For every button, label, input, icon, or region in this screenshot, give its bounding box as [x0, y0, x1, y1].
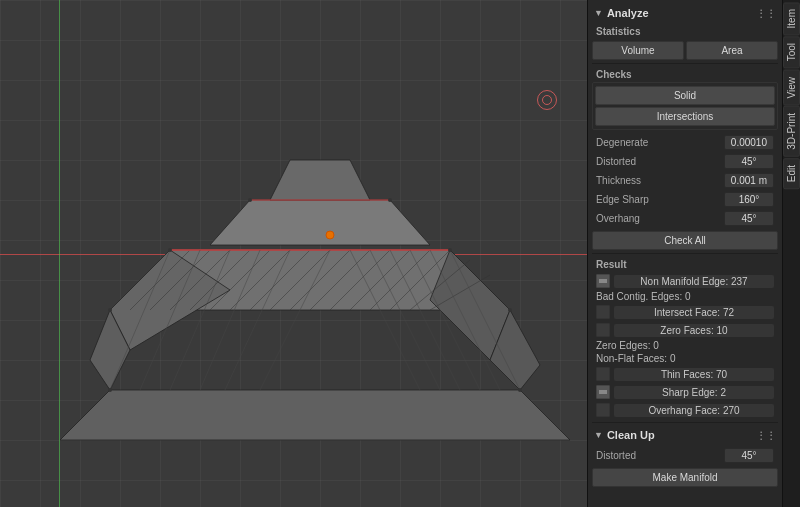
mesh-container — [50, 50, 580, 480]
area-button[interactable]: Area — [686, 41, 778, 60]
svg-point-27 — [326, 231, 334, 239]
overhang-label: Overhang — [596, 213, 640, 224]
tab-tool[interactable]: Tool — [783, 36, 800, 68]
statistics-btn-row: Volume Area — [592, 41, 778, 60]
svg-point-42 — [108, 308, 112, 312]
solid-button[interactable]: Solid — [595, 86, 775, 105]
distorted-row: Distorted 45° — [592, 152, 778, 171]
overhang-face-icon — [596, 403, 610, 417]
cleanup-dots: ⋮⋮ — [756, 430, 776, 441]
svg-point-46 — [248, 198, 252, 202]
degenerate-label: Degenerate — [596, 137, 648, 148]
overhang-value[interactable]: 45° — [724, 211, 774, 226]
check-all-button[interactable]: Check All — [592, 231, 778, 250]
zero-faces-text: Zero Faces: 10 — [614, 324, 774, 337]
sharp-edge-icon — [596, 385, 610, 399]
zero-faces-row: Zero Faces: 10 — [592, 321, 778, 339]
compass — [537, 90, 557, 110]
svg-marker-7 — [270, 160, 370, 200]
svg-rect-49 — [599, 390, 607, 394]
non-flat-text: Non-Flat Faces: 0 — [592, 352, 778, 365]
distorted-value[interactable]: 45° — [724, 154, 774, 169]
bad-contig-text: Bad Contig. Edges: 0 — [592, 290, 778, 303]
distorted-label: Distorted — [596, 156, 636, 167]
tab-edit[interactable]: Edit — [783, 158, 800, 189]
svg-point-47 — [388, 198, 392, 202]
analyze-arrow-icon: ▼ — [594, 8, 603, 18]
analyze-section-header[interactable]: ▼ Analyze ⋮⋮ — [592, 4, 778, 22]
thickness-value[interactable]: 0.001 m — [724, 173, 774, 188]
overhang-face-text: Overhang Face: 270 — [614, 404, 774, 417]
sharp-edge-row: Sharp Edge: 2 — [592, 383, 778, 401]
zero-edges-text: Zero Edges: 0 — [592, 339, 778, 352]
non-manifold-text: Non Manifold Edge: 237 — [614, 275, 774, 288]
volume-button[interactable]: Volume — [592, 41, 684, 60]
cleanup-distorted-label: Distorted — [596, 450, 636, 461]
right-panel-wrapper: ▼ Analyze ⋮⋮ Statistics Volume Area Chec… — [587, 0, 800, 507]
edge-sharp-value[interactable]: 160° — [724, 192, 774, 207]
edge-sharp-label: Edge Sharp — [596, 194, 649, 205]
cleanup-distorted-row: Distorted 45° — [592, 446, 778, 465]
intersect-face-row: Intersect Face: 72 — [592, 303, 778, 321]
statistics-label: Statistics — [592, 24, 778, 39]
analyze-dots: ⋮⋮ — [756, 8, 776, 19]
check-all-row: Check All — [592, 231, 778, 250]
cleanup-title: Clean Up — [607, 429, 655, 441]
sharp-edge-text: Sharp Edge: 2 — [614, 386, 774, 399]
svg-point-44 — [108, 388, 112, 392]
non-manifold-edge-row: Non Manifold Edge: 237 — [592, 272, 778, 290]
edge-sharp-row: Edge Sharp 160° — [592, 190, 778, 209]
tab-item[interactable]: Item — [783, 2, 800, 35]
make-manifold-button[interactable]: Make Manifold — [592, 468, 778, 487]
checks-box: Solid Intersections — [592, 82, 778, 130]
make-manifold-row: Make Manifold — [592, 468, 778, 487]
svg-marker-0 — [60, 390, 570, 440]
intersections-button[interactable]: Intersections — [595, 107, 775, 126]
3d-viewport[interactable] — [0, 0, 587, 507]
tab-3dprint[interactable]: 3D-Print — [783, 106, 800, 157]
overhang-face-row: Overhang Face: 270 — [592, 401, 778, 419]
degenerate-row: Degenerate 0.00010 — [592, 133, 778, 152]
thin-faces-icon — [596, 367, 610, 381]
svg-rect-48 — [599, 279, 607, 283]
thickness-row: Thickness 0.001 m — [592, 171, 778, 190]
svg-point-40 — [168, 248, 172, 252]
svg-point-45 — [518, 388, 522, 392]
cleanup-section-header[interactable]: ▼ Clean Up ⋮⋮ — [592, 426, 778, 444]
thin-faces-row: Thin Faces: 70 — [592, 365, 778, 383]
mesh-svg — [50, 50, 580, 480]
checks-label: Checks — [592, 67, 778, 82]
right-panel: ▼ Analyze ⋮⋮ Statistics Volume Area Chec… — [587, 0, 782, 507]
svg-point-41 — [448, 248, 452, 252]
cleanup-arrow-icon: ▼ — [594, 430, 603, 440]
cleanup-distorted-value[interactable]: 45° — [724, 448, 774, 463]
intersect-face-icon — [596, 305, 610, 319]
svg-point-43 — [508, 308, 512, 312]
analyze-title: Analyze — [607, 7, 649, 19]
zero-faces-icon — [596, 323, 610, 337]
thickness-label: Thickness — [596, 175, 641, 186]
svg-marker-6 — [210, 200, 430, 245]
tab-view[interactable]: View — [783, 70, 800, 106]
vertical-tabs: Item Tool View 3D-Print Edit — [782, 0, 800, 507]
intersect-face-text: Intersect Face: 72 — [614, 306, 774, 319]
non-manifold-icon — [596, 274, 610, 288]
result-label: Result — [592, 257, 778, 272]
thin-faces-text: Thin Faces: 70 — [614, 368, 774, 381]
degenerate-value[interactable]: 0.00010 — [724, 135, 774, 150]
overhang-row: Overhang 45° — [592, 209, 778, 228]
